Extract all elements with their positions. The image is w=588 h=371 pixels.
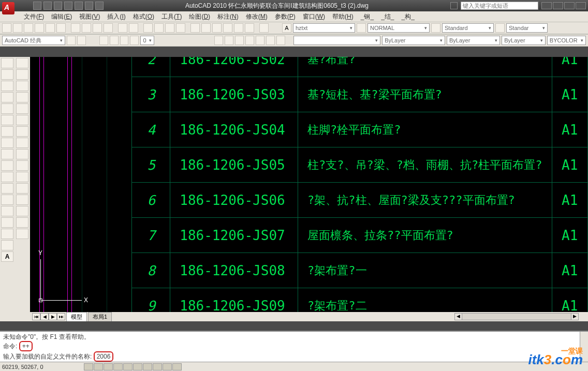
- lwt-toggle[interactable]: [163, 363, 172, 370]
- qat-print-icon[interactable]: [85, 2, 93, 10]
- erase-icon[interactable]: [16, 58, 28, 68]
- undo-icon[interactable]: [118, 23, 127, 33]
- maximize-icon[interactable]: [564, 2, 575, 9]
- insert-icon[interactable]: [225, 36, 233, 45]
- menu-插入[interactable]: 插入(I): [104, 11, 128, 22]
- wipeout-icon[interactable]: [266, 36, 275, 45]
- fillet-icon[interactable]: [16, 217, 28, 228]
- pan-icon[interactable]: [143, 23, 153, 33]
- ml-style-combo[interactable]: Standar: [506, 23, 548, 33]
- ws-lock-icon[interactable]: [77, 36, 86, 45]
- menu-窗口[interactable]: 窗口(W): [300, 11, 328, 22]
- dim-style-combo[interactable]: NORMAL: [368, 23, 430, 33]
- grid-toggle[interactable]: [94, 363, 103, 370]
- rotate-icon[interactable]: [16, 126, 28, 137]
- array-icon[interactable]: [16, 103, 28, 114]
- break-icon[interactable]: [16, 183, 28, 194]
- zoom-prev-icon[interactable]: [176, 23, 185, 33]
- preview-icon[interactable]: [46, 23, 55, 33]
- polygon-icon[interactable]: [1, 92, 13, 102]
- point-icon[interactable]: [1, 195, 13, 205]
- ortho-toggle[interactable]: [104, 363, 113, 370]
- qat-redo-icon[interactable]: [75, 2, 83, 10]
- menu-_结_[interactable]: _结_: [378, 11, 397, 22]
- command-input-line[interactable]: 输入要加载的自定义文件的名称: 2006: [3, 351, 585, 362]
- menu-工具[interactable]: 工具(T): [158, 11, 185, 22]
- osnap-toggle[interactable]: [123, 363, 133, 370]
- dc-icon[interactable]: [201, 23, 211, 33]
- explode-icon[interactable]: [16, 229, 28, 239]
- ml-icon[interactable]: [495, 23, 505, 33]
- save-icon[interactable]: [24, 23, 33, 33]
- region-icon[interactable]: [1, 229, 13, 239]
- rect-icon[interactable]: [1, 103, 13, 114]
- redo-icon[interactable]: [129, 23, 138, 33]
- scale-icon[interactable]: [16, 138, 28, 148]
- dim-icon[interactable]: [357, 23, 366, 33]
- hscrollbar[interactable]: ◀▶: [454, 313, 579, 320]
- text-style-combo[interactable]: hztxt: [293, 23, 355, 33]
- qcalc-icon[interactable]: [245, 23, 254, 33]
- trim-icon[interactable]: [16, 160, 28, 171]
- ellipse-arc-icon[interactable]: [1, 160, 13, 171]
- copy-icon[interactable]: [82, 23, 91, 33]
- insert-block-icon[interactable]: [1, 172, 13, 182]
- menu-格式[interactable]: 格式(O): [130, 11, 157, 22]
- offset-icon[interactable]: [16, 92, 28, 102]
- new-icon[interactable]: [2, 23, 11, 33]
- publish-icon[interactable]: [56, 23, 66, 33]
- minimize-icon[interactable]: [553, 2, 563, 9]
- group-combo[interactable]: 0: [140, 36, 154, 45]
- stretch-icon[interactable]: [16, 149, 28, 159]
- image-icon[interactable]: [245, 36, 254, 45]
- menu-参数[interactable]: 参数(P): [272, 11, 299, 22]
- arc-icon[interactable]: [1, 115, 13, 125]
- table-icon[interactable]: [431, 23, 440, 33]
- polar-toggle[interactable]: [113, 363, 123, 370]
- paste-icon[interactable]: [93, 23, 102, 33]
- cut-icon[interactable]: [71, 23, 80, 33]
- menu-编辑[interactable]: 编辑(E): [48, 11, 75, 22]
- xref-icon[interactable]: [235, 36, 244, 45]
- xline-icon[interactable]: [1, 69, 13, 80]
- text-icon[interactable]: A: [282, 23, 291, 33]
- layer-state-icon[interactable]: [110, 36, 119, 45]
- chamfer-icon[interactable]: [16, 206, 28, 216]
- dyn-toggle[interactable]: [153, 363, 162, 370]
- tab-first-icon[interactable]: ⏮: [32, 313, 40, 320]
- spline-icon[interactable]: [1, 138, 13, 148]
- search-input[interactable]: [461, 2, 538, 10]
- ws-settings-icon[interactable]: [67, 36, 76, 45]
- menu-绘图[interactable]: 绘图(D): [186, 11, 213, 22]
- tab-next-icon[interactable]: ▶: [49, 313, 57, 320]
- linetype-combo[interactable]: ByLayer: [447, 36, 500, 45]
- menu-_构_[interactable]: _构_: [398, 11, 417, 22]
- mirror-icon[interactable]: [16, 81, 28, 91]
- otrack-toggle[interactable]: [133, 363, 142, 370]
- menu-标注[interactable]: 标注(N): [214, 11, 242, 22]
- markup-icon[interactable]: [234, 23, 243, 33]
- table-style-combo[interactable]: Standard: [442, 23, 494, 33]
- qat-undo-icon[interactable]: [64, 2, 72, 10]
- open-icon[interactable]: [13, 23, 22, 33]
- help-icon[interactable]: [541, 2, 552, 9]
- lineweight-combo[interactable]: ByLayer: [502, 36, 546, 45]
- layer-iso-icon[interactable]: [120, 36, 129, 45]
- make-block-icon[interactable]: [1, 183, 13, 194]
- line-icon[interactable]: [1, 58, 13, 68]
- print-icon[interactable]: [35, 23, 44, 33]
- circle-icon[interactable]: [1, 126, 13, 137]
- qat-open-icon[interactable]: [43, 2, 52, 10]
- menu-文件[interactable]: 文件(F): [21, 11, 47, 22]
- extend-icon[interactable]: [16, 172, 28, 182]
- field-icon[interactable]: [256, 36, 264, 45]
- qat-save-icon[interactable]: [54, 2, 62, 10]
- layer-prev-icon[interactable]: [130, 36, 139, 45]
- plotstyle-combo[interactable]: BYCOLOR: [547, 36, 586, 45]
- menu-_钢_[interactable]: _钢_: [358, 11, 377, 22]
- copy-mod-icon[interactable]: [16, 69, 28, 80]
- menu-视图[interactable]: 视图(V): [76, 11, 103, 22]
- qat-new-icon[interactable]: [33, 2, 41, 10]
- tab-model[interactable]: 模型: [66, 312, 87, 322]
- workspace-combo[interactable]: AutoCAD 经典: [2, 36, 65, 45]
